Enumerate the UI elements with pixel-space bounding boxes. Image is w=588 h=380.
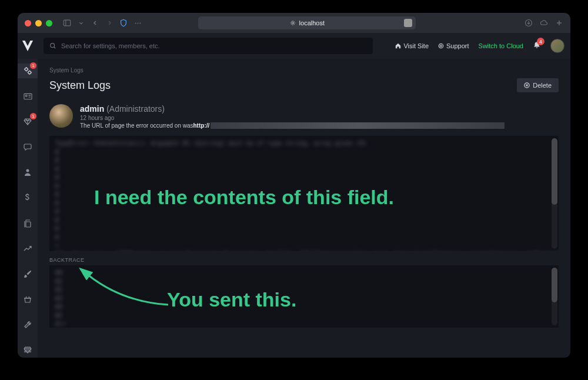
page-title: System Logs xyxy=(49,79,111,92)
breadcrumb: System Logs xyxy=(38,59,570,78)
app-topbar: Search for settings, members, etc. Visit… xyxy=(18,33,570,59)
diamond-icon xyxy=(24,118,32,126)
download-icon[interactable] xyxy=(524,19,533,27)
log-header: admin (Administrators) 12 hours ago The … xyxy=(38,101,570,135)
chat-icon xyxy=(24,144,32,151)
url-host: localhost xyxy=(299,19,325,26)
backtrace-content: #0 #1 #2 #3 #4 #5 s\Form), Arr #6 applic… xyxy=(49,265,559,328)
log-user-line: admin (Administrators) xyxy=(80,104,505,114)
sidebar-item-chat[interactable] xyxy=(18,140,38,155)
id-card-icon xyxy=(24,93,32,100)
new-tab-icon[interactable] xyxy=(555,19,563,27)
svg-line-10 xyxy=(54,47,56,49)
svg-point-2 xyxy=(135,22,136,24)
log-user-name[interactable]: admin xyxy=(80,104,104,114)
svg-point-16 xyxy=(25,95,27,96)
chart-icon xyxy=(24,245,32,252)
backtrace-label: BACKTRACE xyxy=(38,255,570,264)
traffic-lights xyxy=(25,20,52,26)
error-trace-box[interactable]: TypeError: htmlentities(): Argument #1 (… xyxy=(49,136,559,251)
forward-icon[interactable] xyxy=(105,19,113,27)
menu-icon[interactable] xyxy=(133,19,142,27)
sidebar-item-members[interactable] xyxy=(18,89,38,104)
sidebar-item-stats[interactable] xyxy=(18,241,38,256)
svg-point-3 xyxy=(137,22,138,24)
dollar-icon xyxy=(25,194,31,202)
home-icon xyxy=(395,43,401,49)
gear-icon xyxy=(290,20,296,26)
minimize-window-button[interactable] xyxy=(35,20,42,26)
search-icon xyxy=(49,42,56,49)
svg-rect-20 xyxy=(26,222,31,227)
main-content: System Logs System Logs Delete admin (Ad… xyxy=(38,59,570,358)
notifications-button[interactable]: 4 xyxy=(533,41,541,51)
log-url-scheme: http:// xyxy=(193,122,210,129)
svg-point-12 xyxy=(440,45,442,47)
sidebar: 1 1 xyxy=(18,59,38,358)
notification-badge: 4 xyxy=(537,38,544,45)
lifebuoy-icon xyxy=(438,43,444,49)
svg-point-13 xyxy=(25,68,28,71)
app-logo[interactable] xyxy=(18,33,38,59)
switch-cloud-link[interactable]: Switch to Cloud xyxy=(479,42,523,49)
sidebar-item-user[interactable] xyxy=(18,165,38,180)
gem-badge: 1 xyxy=(30,113,36,119)
sidebar-item-tools[interactable] xyxy=(18,318,38,332)
sidebar-item-market[interactable] xyxy=(18,292,38,307)
log-user-avatar[interactable] xyxy=(49,104,73,128)
brush-icon xyxy=(24,270,32,278)
delete-button[interactable]: Delete xyxy=(517,78,559,92)
user-avatar[interactable] xyxy=(550,39,564,53)
close-icon xyxy=(524,82,530,88)
error-trace-content: TypeError: htmlentities(): Argument #1 (… xyxy=(49,136,559,251)
svg-point-4 xyxy=(139,22,141,24)
wrench-icon xyxy=(24,321,32,329)
svg-rect-0 xyxy=(64,20,70,26)
sidebar-item-customize[interactable] xyxy=(18,266,38,281)
shield-icon[interactable] xyxy=(119,19,128,27)
reader-mode-icon[interactable] xyxy=(404,19,412,27)
log-timestamp: 12 hours ago xyxy=(80,115,505,121)
log-url-line: The URL of page the error occurred on wa… xyxy=(80,122,505,129)
maximize-window-button[interactable] xyxy=(46,20,52,26)
page-header: System Logs Delete xyxy=(38,78,570,101)
backtrace-box[interactable]: #0 #1 #2 #3 #4 #5 s\Form), Arr #6 applic… xyxy=(49,265,559,328)
sidebar-item-commerce[interactable] xyxy=(18,191,38,205)
log-user-group: (Administrators) xyxy=(106,104,165,114)
sidebar-toggle-icon[interactable] xyxy=(63,19,71,27)
svg-point-11 xyxy=(439,44,443,48)
scrollbar[interactable] xyxy=(552,268,557,325)
url-bar[interactable]: localhost xyxy=(198,16,416,29)
search-input[interactable]: Search for settings, members, etc. xyxy=(44,38,373,54)
sidebar-item-files[interactable] xyxy=(18,216,38,231)
close-window-button[interactable] xyxy=(25,20,31,26)
svg-point-19 xyxy=(26,169,29,172)
switch-cloud-label: Switch to Cloud xyxy=(479,42,523,49)
chevron-down-icon[interactable] xyxy=(77,19,85,27)
log-url-redacted xyxy=(211,122,505,129)
hamburger-icon xyxy=(24,347,32,353)
settings-badge: 1 xyxy=(30,62,36,69)
scrollbar[interactable] xyxy=(552,138,557,249)
visit-site-link[interactable]: Visit Site xyxy=(395,42,429,49)
sidebar-item-gem[interactable]: 1 xyxy=(18,114,38,129)
user-icon xyxy=(24,168,31,176)
copy-icon xyxy=(24,219,32,228)
browser-chrome: localhost xyxy=(18,13,570,33)
sidebar-collapse-button[interactable] xyxy=(18,347,38,353)
support-label: Support xyxy=(446,42,469,49)
svg-point-5 xyxy=(292,22,294,24)
delete-label: Delete xyxy=(533,82,552,89)
back-icon[interactable] xyxy=(91,19,99,27)
visit-site-label: Visit Site xyxy=(403,42,429,49)
sidebar-item-settings[interactable]: 1 xyxy=(18,64,38,78)
browser-window: localhost Search for settings, members, … xyxy=(18,13,570,358)
svg-point-14 xyxy=(28,71,31,74)
svg-rect-15 xyxy=(24,94,31,99)
cloud-icon[interactable] xyxy=(540,19,548,27)
svg-point-9 xyxy=(51,44,55,48)
search-placeholder: Search for settings, members, etc. xyxy=(61,42,160,49)
basket-icon xyxy=(24,296,32,303)
log-url-prefix: The URL of page the error occurred on wa… xyxy=(80,122,193,129)
support-link[interactable]: Support xyxy=(438,42,469,49)
